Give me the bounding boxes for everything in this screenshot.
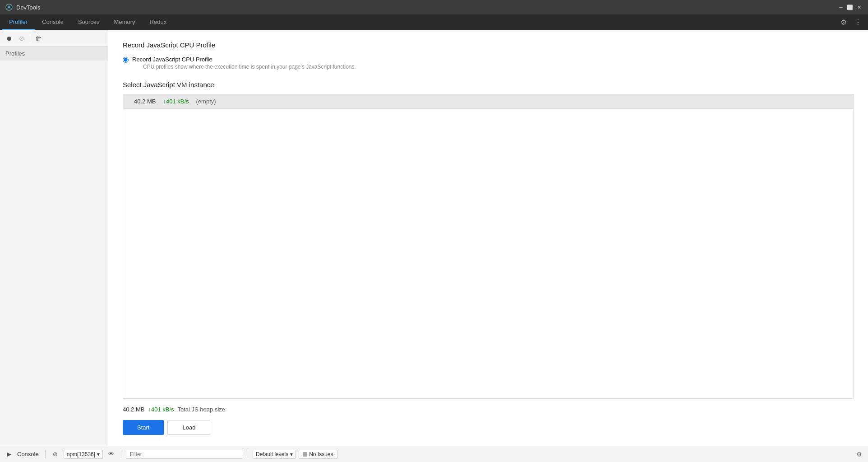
status-bar: 40.2 MB ↑401 kB/s Total JS heap size bbox=[123, 406, 854, 413]
main-area: ⏺ ⊘ 🗑 Profiles Record JavaScript CPU Pro… bbox=[0, 30, 868, 446]
status-label: Total JS heap size bbox=[178, 406, 226, 413]
vm-empty-status: (empty) bbox=[196, 98, 216, 105]
tab-bar-right: ⚙ ⋮ bbox=[837, 14, 866, 30]
title-bar-app-name: DevTools bbox=[16, 4, 40, 11]
start-button[interactable]: Start bbox=[123, 420, 164, 435]
close-button[interactable]: ✕ bbox=[855, 4, 863, 11]
tab-console[interactable]: Console bbox=[35, 14, 71, 30]
tab-redux[interactable]: Redux bbox=[143, 14, 174, 30]
console-drawer-toggle[interactable]: ▶ bbox=[4, 449, 14, 460]
console-bar-right: ⚙ bbox=[854, 449, 864, 460]
more-options-button[interactable]: ⋮ bbox=[852, 16, 864, 28]
vm-instance-panel[interactable]: 40.2 MB ↑401 kB/s (empty) bbox=[123, 94, 854, 399]
load-button[interactable]: Load bbox=[167, 420, 210, 435]
window-controls: ─ ⬜ ✕ bbox=[837, 4, 863, 11]
chevron-down-icon: ▾ bbox=[97, 451, 100, 457]
console-issues-button[interactable]: No Issues bbox=[299, 450, 337, 459]
console-settings-button[interactable]: ⚙ bbox=[854, 449, 864, 460]
profiles-label: Profiles bbox=[0, 47, 108, 61]
issues-dot-icon bbox=[303, 452, 307, 457]
console-sep-1 bbox=[45, 450, 46, 458]
console-eye-button[interactable]: 👁 bbox=[106, 449, 116, 460]
console-levels-selector[interactable]: Default levels ▾ bbox=[253, 450, 296, 459]
restore-button[interactable]: ⬜ bbox=[846, 4, 854, 11]
devtools-logo-icon bbox=[5, 4, 13, 11]
tab-memory[interactable]: Memory bbox=[107, 14, 143, 30]
console-context-value: npm[13536] bbox=[67, 451, 95, 457]
tab-profiler[interactable]: Profiler bbox=[2, 14, 35, 30]
vm-instance-row[interactable]: 40.2 MB ↑401 kB/s (empty) bbox=[123, 94, 853, 109]
radio-cpu-desc: CPU profiles show where the execution ti… bbox=[143, 64, 356, 70]
vm-section-title: Select JavaScript VM instance bbox=[123, 81, 854, 89]
console-sep-2 bbox=[121, 450, 121, 458]
chevron-levels-icon: ▾ bbox=[290, 451, 293, 457]
tab-bar: Profiler Console Sources Memory Redux ⚙ … bbox=[0, 14, 868, 30]
console-no-entry-button[interactable]: ⊘ bbox=[50, 449, 61, 460]
stop-button[interactable]: ⊘ bbox=[16, 33, 27, 44]
radio-cpu-profile[interactable] bbox=[123, 57, 129, 63]
record-button[interactable]: ⏺ bbox=[4, 33, 14, 44]
vm-memory: 40.2 MB bbox=[134, 98, 156, 105]
console-bar: ▶ Console ⊘ npm[13536] ▾ 👁 Default level… bbox=[0, 446, 868, 462]
radio-cpu-label: Record JavaScript CPU Profile bbox=[132, 56, 356, 63]
tab-sources[interactable]: Sources bbox=[71, 14, 107, 30]
console-filter-input[interactable] bbox=[126, 450, 243, 459]
tab-bar-left: Profiler Console Sources Memory Redux bbox=[2, 14, 174, 30]
console-label: Console bbox=[17, 451, 39, 457]
profile-content: Record JavaScript CPU Profile Record Jav… bbox=[108, 30, 868, 446]
console-issues-label: No Issues bbox=[309, 451, 333, 457]
sidebar: ⏺ ⊘ 🗑 Profiles bbox=[0, 30, 108, 446]
console-sep-3 bbox=[248, 450, 248, 458]
clear-button[interactable]: 🗑 bbox=[33, 33, 44, 44]
console-levels-label: Default levels bbox=[256, 451, 288, 457]
sidebar-toolbar: ⏺ ⊘ 🗑 bbox=[0, 30, 108, 47]
title-bar: DevTools ─ ⬜ ✕ bbox=[0, 0, 868, 14]
status-memory: 40.2 MB bbox=[123, 406, 144, 413]
vm-rate: ↑401 kB/s bbox=[163, 98, 189, 105]
radio-label-cpu: Record JavaScript CPU Profile CPU profil… bbox=[132, 56, 356, 70]
sidebar-content bbox=[0, 61, 108, 446]
radio-group: Record JavaScript CPU Profile CPU profil… bbox=[123, 56, 854, 70]
toolbar-divider bbox=[30, 34, 30, 42]
button-row: Start Load bbox=[123, 420, 854, 435]
main-section-title: Record JavaScript CPU Profile bbox=[123, 41, 854, 49]
settings-icon-button[interactable]: ⚙ bbox=[837, 16, 850, 28]
console-context-selector[interactable]: npm[13536] ▾ bbox=[64, 450, 103, 459]
status-rate: ↑401 kB/s bbox=[148, 406, 174, 413]
minimize-button[interactable]: ─ bbox=[837, 4, 845, 11]
radio-row-cpu: Record JavaScript CPU Profile CPU profil… bbox=[123, 56, 854, 70]
